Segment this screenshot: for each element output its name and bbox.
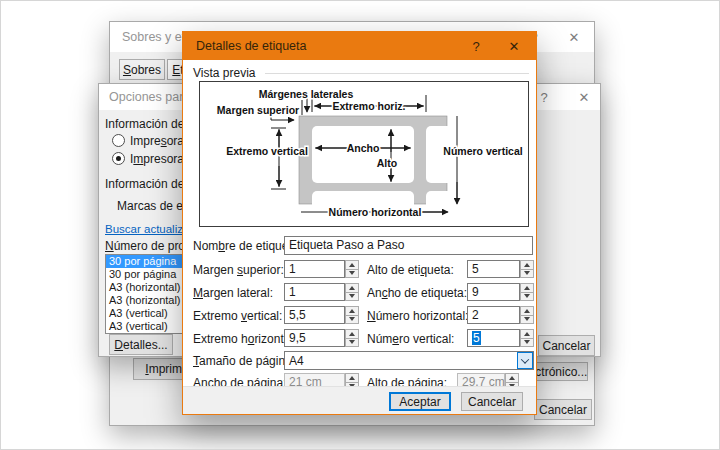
cancel-button[interactable]: Cancelar: [534, 399, 592, 420]
page-size-value: A4: [289, 354, 304, 368]
spinner-down-icon[interactable]: [520, 339, 534, 348]
horizontal-pitch-input[interactable]: 9,5: [284, 329, 345, 347]
cancel-button[interactable]: Cancelar: [538, 335, 595, 356]
tab-sobres[interactable]: Sobres: [119, 59, 165, 80]
horizontal-pitch-label: Extremo horizontal:: [193, 332, 296, 346]
spinner-up-icon[interactable]: [520, 260, 534, 270]
details-button[interactable]: Detalles...: [109, 334, 173, 355]
chevron-down-icon[interactable]: [517, 352, 533, 369]
side-margin-input[interactable]: 1: [284, 283, 345, 301]
spinner-up-icon[interactable]: [520, 329, 534, 339]
label-cell: [312, 126, 414, 183]
preview-group-label: Vista previa: [193, 66, 255, 80]
spinner-up-icon[interactable]: [520, 306, 534, 316]
page-size-label: Tamaño de página:: [193, 354, 295, 368]
dialog-label-details: Detalles de etiqueta ? ✕ Vista previa: [182, 31, 537, 415]
label-width-stepper[interactable]: [520, 283, 534, 301]
screenshot-canvas: Sobres y etiqu ? ✕ Sobres Et Imprimir ec…: [0, 0, 720, 450]
spinner-down-icon[interactable]: [345, 339, 359, 348]
radio-continuous-label[interactable]: Impresora: [130, 134, 184, 148]
number-down-input[interactable]: 5: [467, 329, 520, 347]
side-margin-label: Margen lateral:: [193, 286, 273, 300]
page-size-combobox[interactable]: A4: [284, 351, 534, 370]
e-postage-button[interactable]: ectrónico...: [528, 362, 588, 381]
number-down-stepper[interactable]: [520, 329, 534, 347]
spinner-down-icon[interactable]: [520, 293, 534, 302]
diagram-label-number-down: Número vertical: [443, 145, 522, 157]
number-across-label: Número horizontal:: [367, 309, 468, 323]
top-margin-label: Margen superior:: [193, 263, 284, 277]
number-across-input[interactable]: 2: [467, 306, 520, 324]
label-details-title: Detalles de etiqueta: [183, 39, 307, 53]
help-icon[interactable]: ?: [460, 32, 492, 60]
diagram-label-width: Ancho: [347, 142, 380, 154]
spinner-up-icon: [345, 373, 359, 383]
spinner-up-icon[interactable]: [520, 283, 534, 293]
label-preview-diagram: Márgenes laterales Margen superior Extre…: [199, 81, 529, 227]
product-number-label: Número de pro: [105, 239, 185, 253]
label-vendors-label: Marcas de eti: [117, 199, 189, 213]
close-icon[interactable]: ✕: [558, 22, 590, 52]
cancel-button[interactable]: Cancelar: [461, 392, 523, 411]
spinner-down-icon[interactable]: [345, 316, 359, 325]
printer-info-label: Información de: [105, 117, 184, 131]
label-name-input[interactable]: Etiqueta Paso a Paso: [284, 236, 533, 255]
spinner-down-icon[interactable]: [345, 270, 359, 279]
selected-text: 5: [472, 331, 481, 345]
spinner-down-icon[interactable]: [520, 316, 534, 325]
radio-continuous-printer[interactable]: [112, 134, 125, 147]
diagram-label-height: Alto: [377, 157, 397, 169]
label-height-stepper[interactable]: [520, 260, 534, 278]
label-width-input[interactable]: 9: [467, 283, 520, 301]
label-height-label: Alto de etiqueta:: [367, 263, 454, 277]
group-divider: [265, 73, 529, 74]
diagram-label-horizontal-pitch: Extremo horiz.: [333, 100, 406, 112]
spinner-down-icon[interactable]: [345, 293, 359, 302]
label-diagram-svg: Márgenes laterales Margen superior Extre…: [200, 82, 528, 226]
number-across-stepper[interactable]: [520, 306, 534, 324]
diagram-label-top-margin: Margen superior: [217, 104, 299, 116]
horizontal-pitch-stepper[interactable]: [345, 329, 359, 347]
spinner-down-icon[interactable]: [520, 270, 534, 279]
radio-page-label[interactable]: Impresora: [130, 152, 184, 166]
close-icon[interactable]: ✕: [498, 32, 530, 60]
label-cell: [426, 191, 454, 219]
label-height-input[interactable]: 5: [467, 260, 520, 278]
spinner-up-icon[interactable]: [345, 306, 359, 316]
vertical-pitch-stepper[interactable]: [345, 306, 359, 324]
vertical-pitch-label: Extremo vertical:: [193, 309, 282, 323]
spinner-up-icon[interactable]: [345, 260, 359, 270]
spinner-up-icon[interactable]: [345, 329, 359, 339]
top-margin-input[interactable]: 1: [284, 260, 345, 278]
label-info-label: Información de: [105, 177, 184, 191]
label-width-label: Ancho de etiqueta:: [367, 286, 467, 300]
top-margin-stepper[interactable]: [345, 260, 359, 278]
diagram-label-vertical-pitch: Extremo vertical: [226, 145, 308, 157]
vertical-pitch-input[interactable]: 5,5: [284, 306, 345, 324]
radio-page-printer[interactable]: [112, 152, 125, 165]
close-icon[interactable]: ✕: [568, 84, 600, 110]
ok-button[interactable]: Aceptar: [389, 392, 451, 411]
side-margin-stepper[interactable]: [345, 283, 359, 301]
diagram-label-number-across: Número horizontal: [329, 206, 422, 218]
diagram-label-side-margins: Márgenes laterales: [259, 88, 354, 100]
check-updates-link[interactable]: Buscar actualiza: [105, 223, 189, 235]
spinner-up-icon[interactable]: [345, 283, 359, 293]
number-down-label: Número vertical:: [367, 332, 454, 346]
label-options-title: Opciones para: [99, 90, 190, 104]
spinner-up-icon: [505, 373, 519, 383]
